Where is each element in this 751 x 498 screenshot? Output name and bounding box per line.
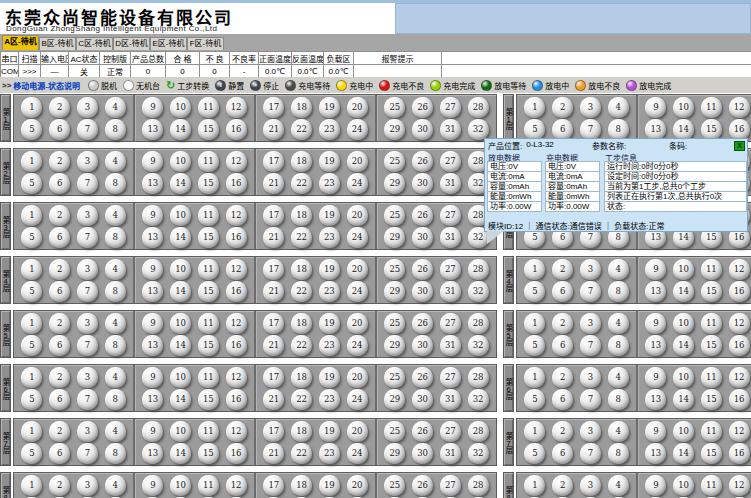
cell-button[interactable]: 1 [21, 475, 42, 496]
cell-button[interactable]: 3 [77, 259, 98, 280]
cell-button[interactable]: 31 [440, 173, 461, 194]
cell-button[interactable]: 19 [319, 97, 340, 118]
cell-button[interactable]: 12 [226, 475, 247, 496]
cell-button[interactable]: 2 [49, 151, 70, 172]
cell-button[interactable]: 16 [226, 335, 247, 356]
cell-button[interactable]: 4 [105, 367, 126, 388]
cell-button[interactable]: 6 [552, 119, 573, 140]
cell-button[interactable]: 5 [524, 281, 545, 302]
cell-button[interactable]: 5 [21, 173, 42, 194]
cell-button[interactable]: 25 [384, 313, 405, 334]
cell-button[interactable]: 3 [580, 97, 601, 118]
cell-button[interactable]: 18 [291, 313, 312, 334]
cell-button[interactable]: 18 [291, 205, 312, 226]
cell-button[interactable]: 27 [440, 151, 461, 172]
cell-button[interactable]: 15 [701, 335, 722, 356]
cell-button[interactable]: 6 [49, 281, 70, 302]
cell-button[interactable]: 17 [263, 421, 284, 442]
cell-button[interactable]: 4 [105, 313, 126, 334]
cell-button[interactable]: 15 [701, 443, 722, 464]
cell-button[interactable]: 13 [645, 281, 666, 302]
cell-button[interactable]: 3 [580, 367, 601, 388]
cell-button[interactable]: 3 [77, 205, 98, 226]
cell-button[interactable]: 14 [673, 335, 694, 356]
cell-button[interactable]: 24 [347, 335, 368, 356]
cell-button[interactable]: 2 [552, 421, 573, 442]
cell-button[interactable]: 20 [347, 259, 368, 280]
cell-button[interactable]: 30 [412, 389, 433, 410]
cell-button[interactable]: 26 [412, 97, 433, 118]
cell-button[interactable]: 22 [291, 119, 312, 140]
cell-button[interactable]: 15 [701, 281, 722, 302]
cell-button[interactable]: 6 [49, 389, 70, 410]
cell-button[interactable]: 11 [701, 421, 722, 442]
cell-button[interactable]: 8 [105, 281, 126, 302]
cell-button[interactable]: 12 [226, 259, 247, 280]
cell-button[interactable]: 24 [347, 443, 368, 464]
cell-button[interactable]: 10 [673, 97, 694, 118]
cell-button[interactable]: 8 [105, 119, 126, 140]
cell-button[interactable]: 2 [49, 97, 70, 118]
cell-button[interactable]: 11 [701, 367, 722, 388]
cell-button[interactable]: 9 [142, 475, 163, 496]
cell-button[interactable]: 25 [384, 205, 405, 226]
cell-button[interactable]: 17 [263, 475, 284, 496]
cell-button[interactable]: 31 [440, 281, 461, 302]
cell-button[interactable]: 14 [170, 173, 191, 194]
cell-button[interactable]: 16 [226, 173, 247, 194]
cell-button[interactable]: 4 [105, 205, 126, 226]
cell-button[interactable]: 10 [170, 421, 191, 442]
cell-button[interactable]: 7 [77, 443, 98, 464]
cell-button[interactable]: 18 [291, 151, 312, 172]
cell-button[interactable]: 7 [77, 173, 98, 194]
cell-button[interactable]: 23 [319, 335, 340, 356]
cell-button[interactable]: 9 [645, 367, 666, 388]
cell-button[interactable]: 1 [524, 367, 545, 388]
cell-button[interactable]: 5 [21, 389, 42, 410]
cell-button[interactable]: 25 [384, 151, 405, 172]
cell-button[interactable]: 11 [198, 151, 219, 172]
cell-button[interactable]: 1 [21, 259, 42, 280]
cell-button[interactable]: 25 [384, 367, 405, 388]
cell-button[interactable]: 14 [170, 389, 191, 410]
cell-button[interactable]: 9 [142, 367, 163, 388]
tab-zone-e[interactable]: E区-待机 [150, 37, 187, 50]
cell-button[interactable]: 11 [198, 367, 219, 388]
cell-button[interactable]: 22 [291, 389, 312, 410]
cell-button[interactable]: 25 [384, 259, 405, 280]
cell-button[interactable]: 16 [226, 119, 247, 140]
cell-button[interactable]: 26 [412, 421, 433, 442]
cell-button[interactable]: 11 [701, 259, 722, 280]
cell-button[interactable]: 2 [49, 205, 70, 226]
cell-button[interactable]: 29 [384, 389, 405, 410]
cell-button[interactable]: 7 [580, 119, 601, 140]
cell-button[interactable]: 10 [673, 367, 694, 388]
cell-button[interactable]: 28 [468, 313, 489, 334]
cell-button[interactable]: 1 [524, 259, 545, 280]
cell-button[interactable]: 3 [77, 151, 98, 172]
cell-button[interactable]: 9 [645, 259, 666, 280]
cell-button[interactable]: 29 [384, 281, 405, 302]
cell-button[interactable]: 7 [77, 389, 98, 410]
cell-button[interactable]: 16 [729, 443, 750, 464]
cell-button[interactable]: 3 [77, 475, 98, 496]
cell-button[interactable]: 8 [608, 335, 629, 356]
cell-button[interactable]: 31 [440, 335, 461, 356]
cell-button[interactable]: 10 [170, 475, 191, 496]
cell-button[interactable]: 1 [21, 367, 42, 388]
cell-button[interactable]: 3 [77, 421, 98, 442]
cell-button[interactable]: 17 [263, 313, 284, 334]
cell-button[interactable]: 8 [105, 173, 126, 194]
cell-button[interactable]: 10 [673, 313, 694, 334]
cell-button[interactable]: 13 [645, 335, 666, 356]
cell-button[interactable]: 12 [729, 313, 750, 334]
cell-button[interactable]: 15 [198, 281, 219, 302]
cell-button[interactable]: 11 [701, 475, 722, 496]
cell-button[interactable]: 5 [21, 335, 42, 356]
cell-button[interactable]: 4 [105, 421, 126, 442]
cell-button[interactable]: 29 [384, 335, 405, 356]
cell-button[interactable]: 9 [142, 259, 163, 280]
cell-button[interactable]: 21 [263, 119, 284, 140]
cell-button[interactable]: 20 [347, 205, 368, 226]
cell-button[interactable]: 22 [291, 281, 312, 302]
